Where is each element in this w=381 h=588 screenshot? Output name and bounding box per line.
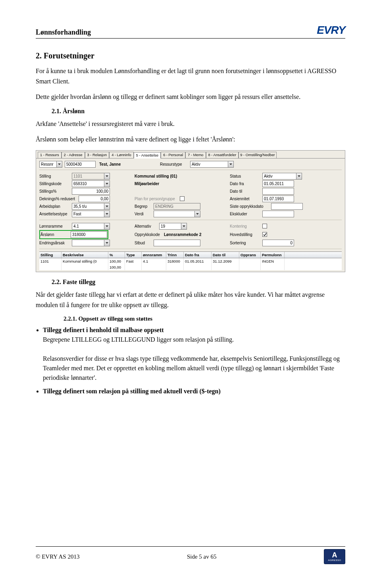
- lbl-deknings: Deknings% redusert: [39, 197, 77, 201]
- lbl-datotil: Dato til: [230, 189, 261, 193]
- th-datotil: Dato til: [212, 252, 239, 258]
- th-type: Type: [125, 252, 142, 258]
- heading-2-2: 2.2. Faste tillegg: [52, 279, 345, 286]
- stillingskode-value: 658310: [73, 182, 87, 186]
- ansiennitet-input[interactable]: 01.07.1993: [262, 195, 294, 202]
- datotil-input[interactable]: [262, 188, 294, 195]
- bullet-body: Relasonsverdier for disse er hva slags t…: [43, 355, 340, 381]
- ressurstype-combo[interactable]: Aktiv: [190, 161, 234, 168]
- page-header: Lønnsforhandling EVRY: [36, 24, 345, 39]
- sisteopprykk-input[interactable]: [271, 203, 303, 210]
- kontering-checkbox[interactable]: [262, 224, 267, 228]
- lbl-datofra: Dato fra: [230, 182, 261, 186]
- list-item: Tillegg definert som relasjon på stillin…: [43, 387, 345, 396]
- td: [239, 258, 261, 264]
- tab-9[interactable]: 9 - Omstilling/Nedber: [239, 152, 276, 158]
- lonnsramme-combo[interactable]: 4.1: [72, 223, 110, 230]
- lbl-ansiennitet: Ansiennitet: [230, 197, 261, 201]
- chevron-down-icon: [56, 161, 62, 167]
- deknings-input[interactable]: 0,00: [79, 195, 110, 202]
- tab-7[interactable]: 7 - Memo: [185, 152, 206, 158]
- th-beskrivelse: Beskrivelse: [62, 252, 108, 258]
- arbeidsplan-combo[interactable]: 35,5 t/u: [72, 203, 110, 210]
- verdi-combo[interactable]: [154, 211, 200, 217]
- td: INGEN: [261, 258, 285, 264]
- th-opprans: Opprans: [239, 252, 261, 258]
- table-header: Stilling Beskrivelse % Type ønnsramm Tri…: [39, 251, 342, 258]
- td: Kommunal stilling (0: [62, 258, 108, 264]
- agresso-text: AGRESSO: [328, 559, 341, 561]
- sortering-input[interactable]: 0: [262, 240, 294, 246]
- lbl-kontering: Kontering: [230, 224, 261, 228]
- hovedstilling-checkbox[interactable]: [262, 232, 267, 237]
- td: [261, 264, 285, 270]
- tab-1[interactable]: 1 - Ressurs: [38, 152, 62, 158]
- lbl-stilling: Stilling: [39, 174, 70, 178]
- th-datofra: Dato fra: [184, 252, 212, 258]
- stbud-input[interactable]: [154, 240, 200, 246]
- lbl-verdi: Verdi: [135, 212, 152, 216]
- ekskluder-input[interactable]: [262, 211, 294, 217]
- arslonn-input[interactable]: 318000: [71, 231, 107, 238]
- ansettelsestype-value: Fast: [73, 212, 81, 216]
- stilling-combo[interactable]: 1101: [72, 173, 110, 180]
- td: [142, 264, 166, 270]
- th-stilling: Stilling: [39, 252, 62, 258]
- arbeidsplan-value: 35,5 t/u: [73, 204, 87, 209]
- tab-6[interactable]: 6 - Personal: [161, 152, 185, 158]
- chevron-down-icon: [104, 203, 110, 209]
- tab-strip: 1 - Ressurs 2 - Adresse 3 - Relasjon 4 -…: [36, 151, 345, 159]
- endringsarsak-combo[interactable]: [72, 240, 110, 246]
- datofra-input[interactable]: 01.05.2011: [262, 180, 294, 187]
- stillingspct-input[interactable]: 100,00: [72, 188, 110, 195]
- lbl-arbeidsplan: Arbeidsplan: [39, 204, 70, 209]
- alternativ-combo[interactable]: 19: [159, 223, 187, 230]
- lonnsramme-value: 4.1: [73, 224, 79, 228]
- chevron-down-icon: [104, 211, 110, 217]
- begrep-input[interactable]: ENDRING: [154, 203, 200, 210]
- lbl-ekskluder: Ekskluder: [230, 212, 261, 216]
- lbl-ansettelsestype: Ansettelsestype: [39, 212, 70, 216]
- ansettelsestype-combo[interactable]: Fast: [72, 211, 110, 217]
- para-2b: Dette gjelder hvordan årslønn og tillegg…: [36, 92, 345, 102]
- doc-title: Lønnsforhandling: [36, 28, 91, 37]
- td: [62, 264, 108, 270]
- th-permulonn: Permulonn: [261, 252, 285, 258]
- ressnr-combo[interactable]: Ressnr: [39, 161, 62, 168]
- lbl-endringsarsak: Endringsårsak: [39, 241, 70, 245]
- status-combo[interactable]: Aktiv: [262, 173, 302, 180]
- chevron-down-icon: [228, 161, 233, 167]
- ressurstype-label: Ressurstype: [160, 162, 188, 166]
- td: [184, 264, 212, 270]
- td: 100,00: [108, 264, 125, 270]
- ressurstype-value: Aktiv: [192, 162, 200, 166]
- bullet-list: Tillegg definert i henhold til malbase o…: [43, 325, 345, 396]
- stillingskode-combo[interactable]: 658310: [72, 180, 110, 187]
- th-pct: %: [108, 252, 125, 258]
- screenshot-ansettelse: 1 - Ressurs 2 - Adresse 3 - Relasjon 4 -…: [36, 150, 345, 272]
- td: 4.1: [142, 258, 166, 264]
- lbl-lonnsramme: Lønnsramme: [39, 224, 70, 228]
- para-21b: Årslønn som beløp eller lønnstrinn må væ…: [36, 134, 345, 145]
- chevron-down-icon: [104, 173, 110, 179]
- chevron-down-icon: [296, 173, 302, 179]
- bullet-title: Tillegg definert som relasjon på stillin…: [43, 388, 221, 395]
- td: 31.12.2099: [212, 258, 239, 264]
- para-21a: Arkfane 'Ansettelse' i ressursregisteret…: [36, 119, 345, 129]
- ressnr-input[interactable]: 5000430: [65, 161, 96, 168]
- table-row[interactable]: 100,00: [39, 264, 342, 270]
- plan-checkbox[interactable]: [180, 196, 185, 201]
- tab-4[interactable]: 4 - Lønninfo: [109, 152, 134, 158]
- chevron-down-icon: [104, 240, 110, 246]
- tab-2[interactable]: 2 - Adresse: [62, 152, 85, 158]
- bullet-title: Tillegg definert i henhold til malbase o…: [43, 327, 164, 333]
- tab-3[interactable]: 3 - Relasjon: [85, 152, 110, 158]
- td: [166, 264, 184, 270]
- miljoarbeider: Miljøarbeider: [135, 182, 159, 186]
- tab-5[interactable]: 5 - Ansettelse: [134, 152, 161, 159]
- chevron-down-icon: [181, 223, 187, 229]
- table-row[interactable]: 1101 Kommunal stilling (0 100,00 Fast 4.…: [39, 258, 342, 264]
- tab-8[interactable]: 8 - Ansattfordeler: [206, 152, 239, 158]
- td: 100,00: [108, 258, 125, 264]
- footer-page: Side 5 av 65: [187, 553, 217, 560]
